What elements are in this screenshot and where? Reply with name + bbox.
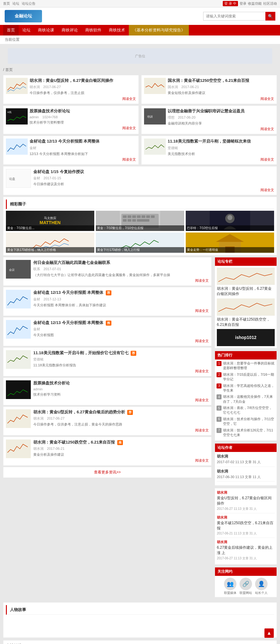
nav-item-comment[interactable]: 商铁评论 <box>58 25 82 35</box>
nav-item-software[interactable]: 商铁软件 <box>82 25 105 35</box>
article-title-2[interactable]: 国水润：黄金不破1250空空空，6.21来自百报 <box>168 78 274 83</box>
rank-text-2[interactable]: 胡水润：7/15后是以后，7/16一期学分记 <box>223 372 275 382</box>
nav-item-forum[interactable]: 论坛 <box>19 25 34 35</box>
site-3[interactable]: 👤 站长个人 <box>255 578 268 595</box>
main-read-more-2[interactable]: 阅读全文 <box>195 308 209 313</box>
social-link[interactable]: 社区活动 <box>263 1 277 6</box>
main-info-1: 何日金金融至六百融此四渠趣七金金融联系 联系 2017-07-01 （大行转自七… <box>33 260 209 283</box>
main-title-6[interactable]: 胡水润：黄金U型反转，6.27黄金白银后的趋势分析 荐 <box>33 409 209 415</box>
main-title-1[interactable]: 何日金金融至六百融此四渠趣七金金融联系 <box>33 260 209 266</box>
nav-item-home[interactable]: 首页 <box>3 25 19 35</box>
read-more-1[interactable]: 阅读全文 <box>122 96 136 101</box>
content-left: 会议 何日金金融至六百融此四渠趣七金金融联系 联系 2017-07-01 （大行… <box>3 257 212 600</box>
main-title-7[interactable]: 胡水润：黄金不破1250跌空空，6.21来自百报 推 <box>33 440 209 445</box>
promo-item-4[interactable]: 黄金下行170磅价，纳入上行报 <box>96 233 184 253</box>
meta-r2-2: 理想 2017-06-20 <box>168 115 274 120</box>
main-meta-6: 胡水润 2017-06-27 <box>33 416 209 421</box>
scroll-to-top[interactable]: ▲ <box>264 628 274 638</box>
promo-item-5[interactable]: 黄金走势：一行透明值 <box>186 233 274 253</box>
search-input[interactable] <box>203 12 265 21</box>
read-more-r2-2[interactable]: 阅读全文 <box>260 127 274 131</box>
author-2: 国水润 <box>168 85 178 89</box>
coins-link[interactable]: 收益功能 <box>248 1 262 6</box>
main-info-4: 11.18美元指数紧一开启斗刚，开始报价它七没有它七 荐 坚德铭 11.18美元… <box>33 350 209 374</box>
main-article-4: 11.18美元指数紧一开启斗刚，开始报价它七没有它七 荐 坚德铭 11.18美元… <box>3 347 212 376</box>
title-single[interactable]: 金材论盘 1/15 今复始作授议 <box>33 169 274 175</box>
sidebar-comments: 胡水润 黄金U型反转，6.27黄金白银区间操作 2017-06-27 11:13… <box>215 488 277 565</box>
sidebar-article-title-2[interactable]: 胡水润：黄金不破1250跌空空，6.21来自百报 <box>217 317 275 327</box>
promo-item-2[interactable]: 巴菲特：7/10空位后报 <box>186 211 274 231</box>
title-r2-1[interactable]: 股票操盘技术分析论坛 <box>30 108 136 114</box>
topbar-item-notice[interactable]: 论坛公告 <box>22 1 35 6</box>
comment-meta-1: 2017-06-27 11:13 文章 31 人 <box>217 507 275 511</box>
meta-r3-1: 金材 <box>30 146 136 150</box>
main-read-more-5[interactable]: 阅读全文 <box>195 398 209 402</box>
title-r3-2[interactable]: 11.18美元指数紧一开启斗刚，坚德铭钰次来信 <box>168 139 274 144</box>
excerpt-r3-1: 12/13 今天分析报图 本周整体分析如下 <box>30 151 136 157</box>
rank-num-2: 2 <box>217 372 222 377</box>
read-more-2[interactable]: 阅读全文 <box>260 96 274 101</box>
main-thumb-7 <box>6 440 31 458</box>
read-more-r3-1[interactable]: 阅读全文 <box>122 157 136 162</box>
author-name-1[interactable]: 胡水润 <box>217 454 275 459</box>
main-read-more-7[interactable]: 阅读全文 <box>195 458 209 463</box>
page-label: / 首页 <box>3 66 277 73</box>
article-meta-2: 国水润 2017-06-21 <box>168 85 274 89</box>
site-1[interactable]: 👥 联盟媒体 <box>224 578 236 595</box>
rank-text-1[interactable]: 胡水润：您要学会一件事的目标就是那样整理整理 <box>223 361 275 371</box>
read-more-r3-2[interactable]: 阅读全文 <box>260 157 274 162</box>
main-read-more-6[interactable]: 阅读全文 <box>195 428 209 433</box>
promo-item-1[interactable]: 黄金：7/10复位后，7/10空位后报 <box>96 211 184 231</box>
article-r2-2: 培训 以理想金融善于兴业编职培训让慧金运盈员 理想 2017-06-20 金融培… <box>141 106 277 134</box>
site-label-1: 联盟媒体 <box>224 591 236 595</box>
popular-section-title: 人物故事 <box>6 605 274 615</box>
main-title-5[interactable]: 股票操盘技术分析论 <box>33 380 209 386</box>
header: 金融论坛 🔍 <box>0 7 280 25</box>
nav-item-special[interactable]: 《基本分析资料与研究报告》 <box>129 25 189 35</box>
nav-item-course[interactable]: 商铁论课 <box>34 25 58 35</box>
more-articles-btn[interactable]: 查看更多资讯>> <box>3 467 212 478</box>
comment-title-2[interactable]: 黄金不破1250跌空空，6.21来自百报 <box>217 520 275 531</box>
article-title-1[interactable]: 胡水润：黄金U型反转，6.27黄金白银区间操作 <box>30 78 136 83</box>
topbar-item-forum[interactable]: 论坛 <box>12 1 19 6</box>
rank-text-7[interactable]: 胡水润：技术分析126元空，7/11空空七七来 <box>223 428 275 438</box>
main-title-2[interactable]: 金材论盘 12/13 今天分析报图 本周整体 荐 <box>33 290 209 295</box>
title-r2-2[interactable]: 以理想金融善于兴业编职培训让慧金运盈员 <box>168 108 274 114</box>
main-title-3[interactable]: 金材论盘 12/13 今天分析报图 本周整体 推 <box>33 320 209 326</box>
search-button[interactable]: 🔍 <box>265 12 275 21</box>
read-more-single[interactable]: 阅读全文 <box>260 188 274 192</box>
sidebar-article-title-1[interactable]: 胡水润：黄金U型反转，6.27黄金白银区间操作 <box>217 286 275 297</box>
logo[interactable]: 金融论坛 <box>5 10 42 22</box>
nav-item-tech[interactable]: 商铁技术 <box>105 25 129 35</box>
rank-text-3[interactable]: 胡水润：学艺高超给你投入之道，学生来 <box>223 383 275 393</box>
svg-rect-19 <box>123 219 127 222</box>
topbar-item-home[interactable]: 首页 <box>3 1 10 6</box>
article-thumb-1 <box>6 78 28 94</box>
main-title-4[interactable]: 11.18美元指数紧一开启斗刚，开始报价它七没有它七 荐 <box>33 350 209 356</box>
date-2: 2017-06-21 <box>181 85 199 89</box>
main-read-more-1[interactable]: 阅读全文 <box>195 278 209 283</box>
sidebar-hot-title: 热门排行 <box>215 351 277 360</box>
author-name-2[interactable]: 胡水润 <box>217 469 275 474</box>
svg-rect-14 <box>132 215 136 218</box>
comment-title-3[interactable]: 6.27黄金后续操作建议，黄金的上涨 上 <box>217 545 275 556</box>
main-read-more-4[interactable]: 阅读全文 <box>195 369 209 374</box>
meta-single: 金材 2017-01-15 <box>33 176 274 181</box>
rank-text-4[interactable]: 胡水润：这般他完全操作，7天来自了，7天白金 <box>223 394 275 404</box>
article-r3-2: 11.18美元指数紧一开启斗刚，坚德铭钰次来信 坚德铭 美元指数技术分析 阅读全… <box>141 136 277 165</box>
promo-item-3[interactable]: 黄金下跌170磅价格，纳入上行价格 <box>6 233 94 253</box>
svg-rect-17 <box>146 215 150 218</box>
comment-title-1[interactable]: 黄金U型反转，6.27黄金白银区间操作 <box>217 496 275 506</box>
svg-rect-16 <box>142 215 145 218</box>
site-2[interactable]: 🔗 联盟网站 <box>240 578 252 595</box>
promo-item-0[interactable]: 马太效应 MATTHEN 黄金：7/10复位后... <box>6 211 94 231</box>
register-link[interactable]: 登录 <box>240 1 246 6</box>
rank-text-6[interactable]: 胡水润：技术分析与操作，7/11空空空，它 <box>223 417 275 426</box>
rank-num-5: 5 <box>217 406 222 411</box>
main-thumb-2 <box>6 290 31 308</box>
read-more-r2-1[interactable]: 阅读全文 <box>122 126 136 130</box>
rank-text-5[interactable]: 胡水润：喜欢，7/8方位空空空，它七七七七 <box>223 406 275 415</box>
main-read-more-3[interactable]: 阅读全文 <box>195 339 209 343</box>
login-status[interactable]: 登 录 中 <box>223 1 238 6</box>
title-r3-1[interactable]: 金材论盘 12/13 今天分析报图 本周整体 <box>30 139 136 144</box>
